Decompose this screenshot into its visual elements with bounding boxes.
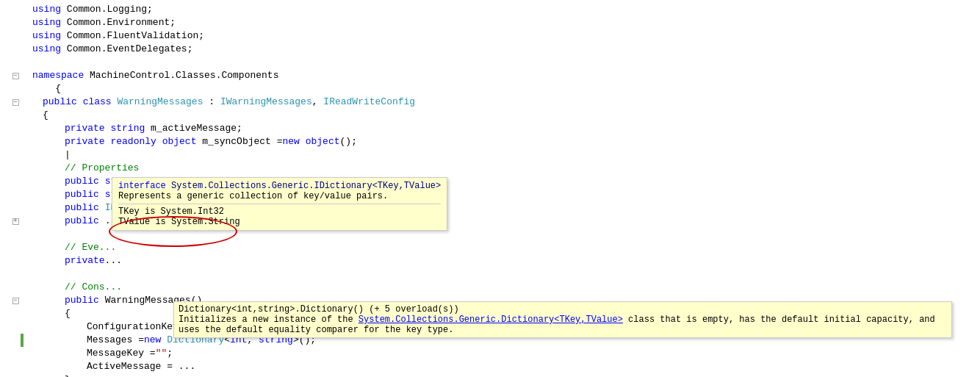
code-line-10: private string m_activeMessage;	[10, 122, 980, 135]
collapse-btn-17[interactable]: +	[12, 218, 19, 225]
code-line-3: using Common.FluentValidation;	[10, 29, 980, 43]
collapse-indicator-17[interactable]: +	[10, 215, 21, 228]
collapse-btn-8[interactable]: −	[12, 99, 19, 106]
code-line-20: private...	[10, 254, 980, 268]
code-line-11: private readonly object m_syncObject = n…	[10, 135, 980, 148]
code-line-4: using Common.EventDelegates;	[10, 43, 980, 56]
code-line-5	[10, 56, 980, 69]
tooltip-interface-title: interface System.Collections.Generic.IDi…	[118, 181, 441, 191]
code-line-27: MessageKey = "";	[10, 347, 980, 360]
code-line-8: − public class WarningMessages : IWarnin…	[10, 96, 980, 109]
collapse-indicator-8[interactable]: −	[10, 96, 21, 109]
code-line-1: using Common.Logging;	[10, 3, 980, 16]
tooltip-class-link: System.Collections.Generic.Dictionary<TK…	[359, 315, 623, 325]
green-change-indicator	[21, 334, 24, 347]
tooltip-tvalue: TValue is System.String	[118, 217, 441, 227]
collapse-btn-23[interactable]: −	[12, 298, 19, 304]
tooltip-constructor-desc: Initializes a new instance of the System…	[179, 315, 947, 335]
code-line-22: // Cons...	[10, 281, 980, 294]
editor-container: using Common.Logging; using Common.Envir…	[0, 0, 980, 377]
tooltip-idictionary: interface System.Collections.Generic.IDi…	[112, 177, 447, 231]
code-line-13: // Properties	[10, 162, 980, 175]
code-line-7: {	[10, 82, 980, 96]
collapse-btn-6[interactable]: −	[12, 73, 19, 79]
code-line-29: }	[10, 373, 980, 377]
code-line-21	[10, 268, 980, 281]
tooltip-interface-desc: Represents a generic collection of key/v…	[118, 191, 441, 201]
code-line-2: using Common.Environment;	[10, 16, 980, 29]
keyword-using: using	[32, 3, 61, 16]
code-line-28: ActiveMessage = ...	[10, 360, 980, 373]
tooltip-separator	[118, 204, 441, 204]
code-line-9: {	[10, 109, 980, 122]
tooltip-dictionary-constructor: Dictionary<int,string>.Dictionary() (+ 5…	[173, 301, 952, 338]
code-line-12: |	[10, 148, 980, 162]
code-line-6: − namespace MachineControl.Classes.Compo…	[10, 69, 980, 82]
collapse-indicator-6[interactable]: −	[10, 69, 21, 82]
collapse-indicator-23[interactable]: −	[10, 294, 21, 307]
tooltip-tkey: TKey is System.Int32	[118, 207, 441, 217]
code-line-19: // Eve...	[10, 241, 980, 254]
tooltip-constructor-signature: Dictionary<int,string>.Dictionary() (+ 5…	[179, 304, 947, 315]
